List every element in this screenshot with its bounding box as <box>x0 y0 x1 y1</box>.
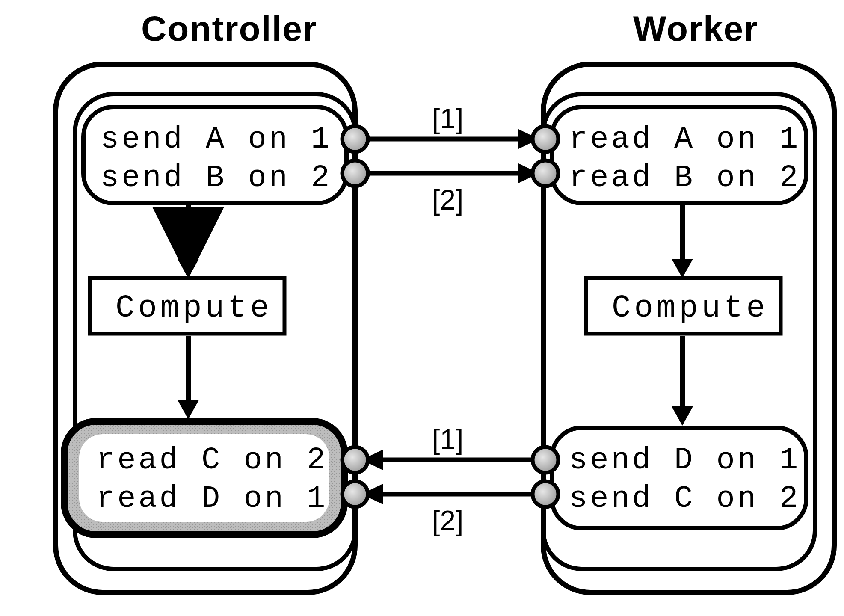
worker-title: Worker <box>633 9 758 48</box>
channel-label-bot-2: [2] <box>432 505 463 536</box>
controller-title: Controller <box>141 9 317 48</box>
port-icon <box>533 447 558 473</box>
controller-read-line1: read C on 2 <box>96 443 328 478</box>
worker-read-line1: read A on 1 <box>569 122 800 157</box>
channel-label-top-2: [2] <box>432 184 463 216</box>
channel-label-bot-1: [1] <box>432 424 463 455</box>
controller-compute-label: Compute <box>115 290 272 326</box>
port-icon <box>342 160 368 186</box>
port-icon <box>342 126 368 152</box>
diagram: Controller Worker send A on 1 send B on … <box>56 9 834 592</box>
diagram-root: Controller Worker send A on 1 send B on … <box>0 0 844 616</box>
controller-read-line2: read D on 1 <box>96 481 328 516</box>
controller-send-line2: send B on 2 <box>101 160 332 195</box>
channel-label-top-1: [1] <box>432 103 463 134</box>
worker-send-line2: send C on 2 <box>569 481 800 516</box>
port-icon <box>533 126 558 152</box>
worker-send-line1: send D on 1 <box>569 443 800 478</box>
port-icon <box>342 481 368 507</box>
worker-compute-label: Compute <box>612 290 769 326</box>
port-icon <box>342 447 368 473</box>
port-icon <box>533 160 558 186</box>
controller-send-line1: send A on 1 <box>101 122 332 157</box>
port-icon <box>533 481 558 507</box>
worker-read-line2: read B on 2 <box>569 160 800 195</box>
